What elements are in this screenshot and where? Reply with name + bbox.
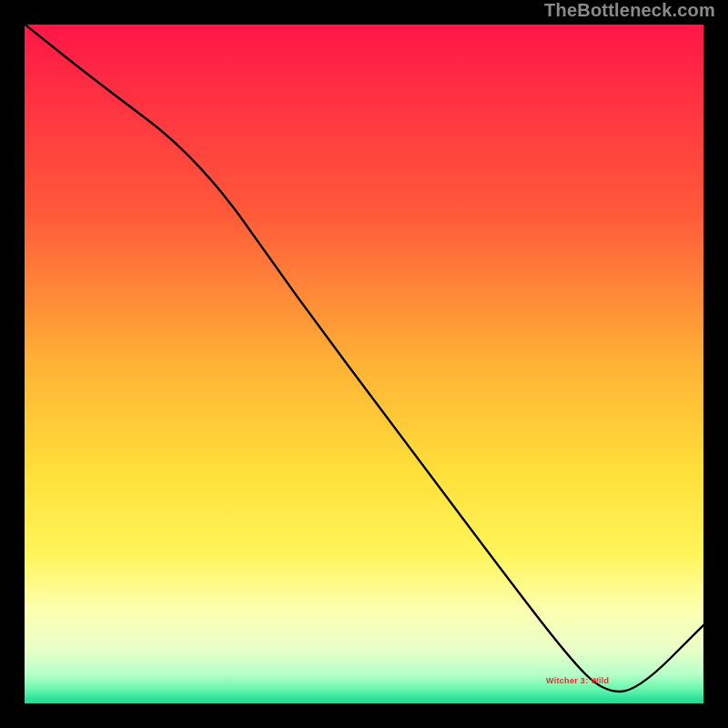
gradient-background: [23, 23, 705, 705]
plot-area: [23, 23, 705, 705]
chart-svg: [23, 23, 705, 705]
watermark-text: TheBottleneck.com: [544, 0, 715, 21]
bottom-label: Witcher 3: Wild: [546, 676, 609, 685]
chart-wrap: TheBottleneck.com Witcher 3: Wild: [0, 0, 728, 728]
